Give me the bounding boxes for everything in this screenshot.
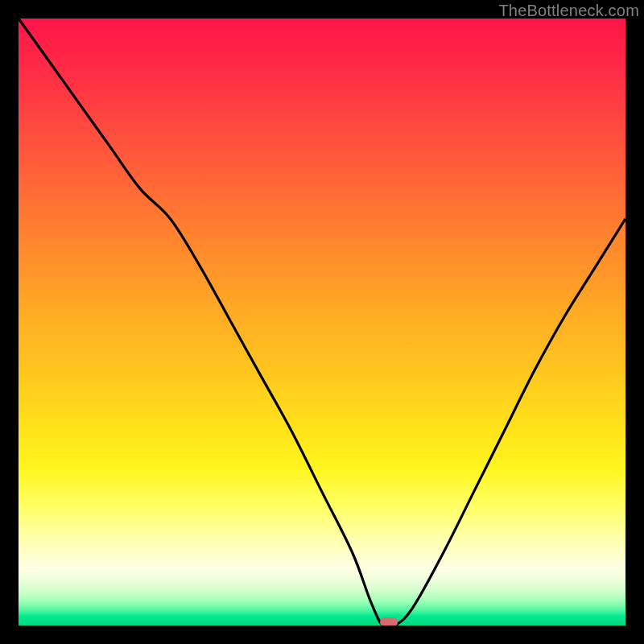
bottleneck-curve [19, 19, 625, 625]
curve-path [19, 19, 625, 625]
chart-frame: TheBottleneck.com [0, 0, 644, 644]
watermark-text: TheBottleneck.com [498, 2, 639, 20]
optimal-point-marker [380, 617, 398, 625]
plot-area [19, 19, 625, 625]
